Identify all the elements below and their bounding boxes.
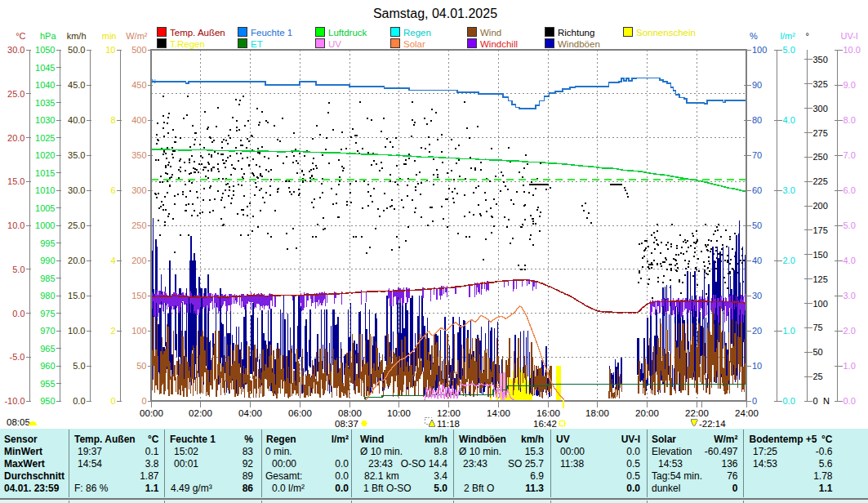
svg-text:250: 250 xyxy=(131,220,146,230)
svg-text:970: 970 xyxy=(40,326,55,336)
svg-text:SO 25.7: SO 25.7 xyxy=(508,458,544,470)
svg-text:Ø 10 min.: Ø 10 min. xyxy=(360,446,403,457)
svg-text:200: 200 xyxy=(813,201,828,211)
svg-text:10.0: 10.0 xyxy=(7,220,24,230)
svg-text:ET: ET xyxy=(251,39,263,49)
svg-text:995: 995 xyxy=(40,238,55,248)
svg-text:350: 350 xyxy=(131,150,146,160)
svg-text:500: 500 xyxy=(131,45,146,55)
svg-text:Regen: Regen xyxy=(403,28,431,38)
svg-text:hPa: hPa xyxy=(40,31,56,41)
svg-text:00:01: 00:01 xyxy=(174,458,198,470)
svg-text:40.0: 40.0 xyxy=(68,115,85,125)
svg-text:°C: °C xyxy=(148,434,159,445)
svg-text:175: 175 xyxy=(813,225,828,235)
svg-text:UV-I: UV-I xyxy=(841,31,858,41)
svg-text:1.1: 1.1 xyxy=(819,483,833,494)
svg-text:92: 92 xyxy=(243,458,254,470)
svg-text:0.5: 0.5 xyxy=(626,470,640,482)
svg-text:250: 250 xyxy=(813,152,828,162)
svg-text:75: 75 xyxy=(813,323,823,332)
svg-text:50: 50 xyxy=(136,361,146,371)
svg-text:-60.497: -60.497 xyxy=(705,446,738,457)
svg-text:990: 990 xyxy=(40,256,55,265)
svg-text:1020: 1020 xyxy=(35,150,55,160)
svg-text:1010: 1010 xyxy=(35,185,55,195)
svg-text:00:00: 00:00 xyxy=(140,408,163,418)
svg-text:1045: 1045 xyxy=(35,63,55,73)
svg-text:-10.0: -10.0 xyxy=(4,396,24,406)
svg-text:UV: UV xyxy=(328,39,341,49)
svg-text:8.8: 8.8 xyxy=(434,446,447,457)
svg-text:18:00: 18:00 xyxy=(585,408,609,418)
svg-text:N: N xyxy=(823,396,830,406)
svg-text:04:00: 04:00 xyxy=(238,408,262,418)
svg-text:76: 76 xyxy=(727,470,738,482)
svg-text:min: min xyxy=(102,31,117,41)
svg-text:9.0: 9.0 xyxy=(844,80,856,90)
svg-text:Ø 10 min.: Ø 10 min. xyxy=(459,446,501,457)
svg-text:14:54: 14:54 xyxy=(78,458,102,470)
svg-text:Feuchte 1: Feuchte 1 xyxy=(251,28,292,38)
svg-text:150: 150 xyxy=(813,250,828,260)
svg-text:km/h: km/h xyxy=(425,434,447,445)
svg-text:960: 960 xyxy=(40,361,55,371)
svg-text:UV-I: UV-I xyxy=(621,434,640,445)
svg-text:1050: 1050 xyxy=(35,45,55,55)
svg-text:30: 30 xyxy=(752,291,762,300)
svg-text:08:00: 08:00 xyxy=(338,408,362,418)
svg-text:30.0: 30.0 xyxy=(68,185,85,195)
svg-text:955: 955 xyxy=(40,379,55,389)
svg-text:0: 0 xyxy=(732,483,738,494)
svg-text:Richtung: Richtung xyxy=(558,28,594,38)
svg-text:20: 20 xyxy=(752,326,762,336)
svg-text:Windböen: Windböen xyxy=(459,434,506,445)
svg-text:Gesamt:: Gesamt: xyxy=(265,470,302,482)
svg-text:30.0: 30.0 xyxy=(7,45,24,55)
svg-text:Windchill: Windchill xyxy=(480,39,518,49)
svg-text:0.0: 0.0 xyxy=(12,309,24,318)
svg-text:%: % xyxy=(244,434,253,445)
svg-text:14:53: 14:53 xyxy=(658,458,683,470)
svg-text:60: 60 xyxy=(752,185,762,195)
svg-text:2 Bft O: 2 Bft O xyxy=(464,483,494,494)
svg-text:O-SO 14.4: O-SO 14.4 xyxy=(401,458,448,470)
svg-text:5.6: 5.6 xyxy=(819,458,833,470)
svg-text:965: 965 xyxy=(40,344,55,354)
svg-text:Solar: Solar xyxy=(652,434,676,445)
svg-text:325: 325 xyxy=(813,79,828,89)
svg-text:10: 10 xyxy=(105,45,115,55)
svg-text:10.0: 10.0 xyxy=(844,45,861,55)
svg-text:0.0: 0.0 xyxy=(626,483,640,494)
svg-text:Regen: Regen xyxy=(266,434,296,445)
svg-text:1.0: 1.0 xyxy=(783,326,795,336)
svg-text:90: 90 xyxy=(752,80,762,90)
svg-text:2.0: 2.0 xyxy=(844,326,856,336)
svg-text:23:43: 23:43 xyxy=(463,458,487,470)
svg-text:16:42: 16:42 xyxy=(533,419,557,429)
svg-text:89: 89 xyxy=(243,470,254,482)
svg-text:19:37: 19:37 xyxy=(78,446,102,457)
svg-text:1025: 1025 xyxy=(35,133,55,143)
svg-text:Bodentemp +5: Bodentemp +5 xyxy=(750,434,817,445)
svg-text:125: 125 xyxy=(813,274,828,284)
svg-text:70: 70 xyxy=(752,150,762,160)
svg-text:1030: 1030 xyxy=(35,115,55,125)
svg-text:-0.6: -0.6 xyxy=(816,446,833,457)
svg-text:1.0: 1.0 xyxy=(844,361,856,371)
svg-text:l/m²: l/m² xyxy=(781,31,796,41)
svg-text:100: 100 xyxy=(813,299,828,309)
svg-text:450: 450 xyxy=(131,80,146,90)
svg-text:0.0: 0.0 xyxy=(335,470,349,482)
svg-text:Windböen: Windböen xyxy=(558,39,600,49)
svg-text:4.49 g/m³: 4.49 g/m³ xyxy=(171,483,212,494)
svg-text:0.0: 0.0 xyxy=(626,446,640,457)
svg-text:4.0: 4.0 xyxy=(844,256,856,265)
svg-text:-22:14: -22:14 xyxy=(699,419,726,429)
svg-text:MaxWert: MaxWert xyxy=(4,458,45,470)
svg-text:136: 136 xyxy=(721,458,737,470)
svg-text:10.0: 10.0 xyxy=(68,326,85,336)
svg-text:-5.0: -5.0 xyxy=(10,352,25,362)
svg-text:6.0: 6.0 xyxy=(844,185,856,195)
svg-text:Temp. Außen: Temp. Außen xyxy=(170,28,225,38)
